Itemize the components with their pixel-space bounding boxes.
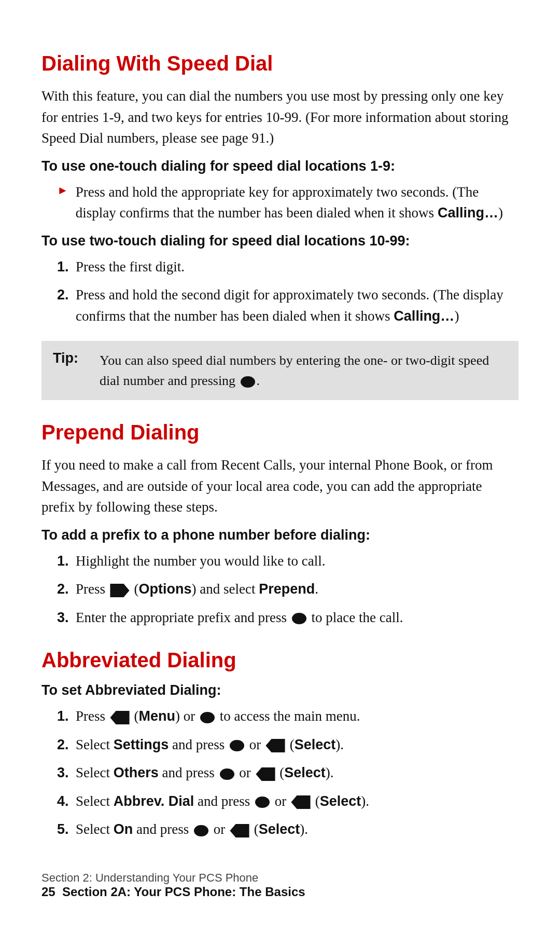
abbrev-step-num-1: 1. <box>57 706 76 727</box>
prepend-arrow-right-icon <box>110 584 130 597</box>
abbrev-step-3-text: Select Others and press or (Select). <box>76 762 334 784</box>
speed-dial-intro: With this feature, you can dial the numb… <box>41 86 519 149</box>
abbrev-step-5-text: Select On and press or (Select). <box>76 819 308 840</box>
abbrev-step-num-5: 5. <box>57 819 76 840</box>
svg-point-3 <box>230 740 244 751</box>
abbrev-left-arrow-icon-3 <box>256 767 275 781</box>
speed-dial-title: Dialing With Speed Dial <box>41 52 519 75</box>
footer-page-number: 25 <box>41 885 55 899</box>
one-touch-heading: To use one-touch dialing for speed dial … <box>41 158 519 174</box>
abbrev-step-3: 3. Select Others and press or (Select). <box>57 762 519 784</box>
abbrev-left-arrow-icon-5 <box>230 824 249 837</box>
prepend-step-num-2: 2. <box>57 579 76 600</box>
svg-point-1 <box>292 613 306 624</box>
abbrev-round-icon-3 <box>219 766 235 782</box>
tip-round-btn-icon <box>240 374 256 390</box>
tip-label: Tip: <box>53 350 100 366</box>
prepend-steps-heading: To add a prefix to a phone number before… <box>41 527 519 543</box>
footer-section-title: Section 2A: Your PCS Phone: The Basics <box>62 885 305 899</box>
abbrev-left-arrow-icon-1 <box>110 711 130 724</box>
prepend-step-num-1: 1. <box>57 551 76 572</box>
prepend-step-num-3: 3. <box>57 607 76 628</box>
tip-content: You can also speed dial numbers by enter… <box>100 350 507 391</box>
prepend-step-2-text: Press (Options) and select Prepend. <box>76 579 318 600</box>
one-touch-bullet-item: ► Press and hold the appropriate key for… <box>57 182 519 224</box>
abbrev-step-num-3: 3. <box>57 762 76 784</box>
abbrev-left-arrow-icon-4 <box>291 795 311 809</box>
two-touch-step-2: 2. Press and hold the second digit for a… <box>57 284 519 326</box>
abbrev-round-icon-5 <box>193 823 209 839</box>
abbreviated-steps-list: 1. Press (Menu) or to access the main me… <box>57 706 519 840</box>
prepend-step-1: 1. Highlight the number you would like t… <box>57 551 519 572</box>
abbrev-step-1-text: Press (Menu) or to access the main menu. <box>76 706 360 727</box>
abbrev-step-4-text: Select Abbrev. Dial and press or (Select… <box>76 791 369 812</box>
abbrev-step-4: 4. Select Abbrev. Dial and press or (Sel… <box>57 791 519 812</box>
prepend-step-3: 3. Enter the appropriate prefix and pres… <box>57 607 519 628</box>
prepend-step-2: 2. Press (Options) and select Prepend. <box>57 579 519 600</box>
abbrev-round-icon-1 <box>200 710 215 725</box>
abbrev-left-arrow-icon-2 <box>265 739 285 752</box>
one-touch-bullet-text: Press and hold the appropriate key for a… <box>76 182 519 224</box>
abbrev-step-2: 2. Select Settings and press or (Select)… <box>57 734 519 756</box>
footer: Section 2: Understanding Your PCS Phone … <box>41 861 519 899</box>
abbrev-round-icon-2 <box>229 738 245 753</box>
prepend-steps-list: 1. Highlight the number you would like t… <box>57 551 519 628</box>
abbrev-step-num-2: 2. <box>57 734 76 756</box>
footer-page-label: 25 Section 2A: Your PCS Phone: The Basic… <box>41 885 519 899</box>
two-touch-step-1-text: Press the first digit. <box>76 256 185 278</box>
abbreviated-steps-heading: To set Abbreviated Dialing: <box>41 682 519 698</box>
abbrev-step-2-text: Select Settings and press or (Select). <box>76 734 344 756</box>
svg-point-2 <box>200 712 215 723</box>
prepend-step-3-text: Enter the appropriate prefix and press t… <box>76 607 403 628</box>
abbreviated-title: Abbreviated Dialing <box>41 649 519 672</box>
step-num-1: 1. <box>57 256 76 278</box>
abbrev-round-icon-4 <box>255 794 270 810</box>
svg-point-5 <box>255 796 270 808</box>
two-touch-step-1: 1. Press the first digit. <box>57 256 519 278</box>
tip-box: Tip: You can also speed dial numbers by … <box>41 341 519 400</box>
abbrev-step-num-4: 4. <box>57 791 76 812</box>
prepend-round-btn-icon <box>291 611 307 626</box>
bullet-arrow-icon: ► <box>57 184 68 197</box>
two-touch-steps-list: 1. Press the first digit. 2. Press and h… <box>57 256 519 327</box>
two-touch-heading: To use two-touch dialing for speed dial … <box>41 233 519 249</box>
svg-point-6 <box>194 825 208 836</box>
step-num-2: 2. <box>57 284 76 306</box>
prepend-step-1-text: Highlight the number you would like to c… <box>76 551 325 572</box>
prepend-intro: If you need to make a call from Recent C… <box>41 455 519 518</box>
abbrev-step-1: 1. Press (Menu) or to access the main me… <box>57 706 519 727</box>
two-touch-step-2-text: Press and hold the second digit for appr… <box>76 284 519 326</box>
prepend-title: Prepend Dialing <box>41 421 519 444</box>
abbrev-step-5: 5. Select On and press or (Select). <box>57 819 519 840</box>
footer-section-label: Section 2: Understanding Your PCS Phone <box>41 871 519 885</box>
svg-point-4 <box>220 768 234 780</box>
